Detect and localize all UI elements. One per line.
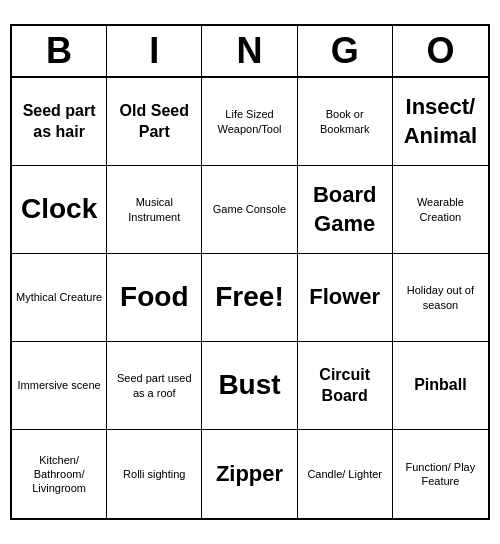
cell-text-15: Immersive scene [18,378,101,392]
bingo-cell-4: Insect/ Animal [393,78,488,166]
bingo-cell-2: Life Sized Weapon/Tool [202,78,297,166]
bingo-cell-5: Clock [12,166,107,254]
bingo-letter-b: B [12,26,107,76]
cell-text-13: Flower [309,283,380,312]
bingo-cell-21: Rolli sighting [107,430,202,518]
cell-text-12: Free! [215,279,283,315]
bingo-cell-17: Bust [202,342,297,430]
bingo-cell-20: Kitchen/ Bathroom/ Livingroom [12,430,107,518]
cell-text-4: Insect/ Animal [396,93,485,150]
bingo-cell-22: Zipper [202,430,297,518]
bingo-letter-g: G [298,26,393,76]
bingo-letter-i: I [107,26,202,76]
cell-text-9: Wearable Creation [396,195,485,224]
cell-text-14: Holiday out of season [396,283,485,312]
cell-text-19: Pinball [414,375,466,396]
bingo-cell-18: Circuit Board [298,342,393,430]
bingo-cell-23: Candle/ Lighter [298,430,393,518]
cell-text-0: Seed part as hair [15,101,103,143]
bingo-cell-8: Board Game [298,166,393,254]
cell-text-20: Kitchen/ Bathroom/ Livingroom [15,453,103,496]
cell-text-16: Seed part used as a roof [110,371,198,400]
bingo-cell-14: Holiday out of season [393,254,488,342]
bingo-cell-16: Seed part used as a roof [107,342,202,430]
cell-text-6: Musical Instrument [110,195,198,224]
bingo-header: BINGO [12,26,488,78]
bingo-cell-15: Immersive scene [12,342,107,430]
bingo-cell-7: Game Console [202,166,297,254]
bingo-letter-o: O [393,26,488,76]
bingo-cell-19: Pinball [393,342,488,430]
bingo-cell-12: Free! [202,254,297,342]
cell-text-2: Life Sized Weapon/Tool [205,107,293,136]
cell-text-23: Candle/ Lighter [307,467,382,481]
cell-text-17: Bust [218,367,280,403]
cell-text-8: Board Game [301,181,389,238]
cell-text-1: Old Seed Part [110,101,198,143]
bingo-cell-11: Food [107,254,202,342]
cell-text-7: Game Console [213,202,286,216]
bingo-cell-13: Flower [298,254,393,342]
bingo-cell-10: Mythical Creature [12,254,107,342]
bingo-card: BINGO Seed part as hairOld Seed PartLife… [10,24,490,520]
cell-text-10: Mythical Creature [16,290,102,304]
bingo-letter-n: N [202,26,297,76]
cell-text-5: Clock [21,191,97,227]
cell-text-18: Circuit Board [301,365,389,407]
bingo-grid: Seed part as hairOld Seed PartLife Sized… [12,78,488,518]
bingo-cell-3: Book or Bookmark [298,78,393,166]
bingo-cell-6: Musical Instrument [107,166,202,254]
bingo-cell-1: Old Seed Part [107,78,202,166]
cell-text-22: Zipper [216,460,283,489]
bingo-cell-9: Wearable Creation [393,166,488,254]
bingo-cell-0: Seed part as hair [12,78,107,166]
cell-text-3: Book or Bookmark [301,107,389,136]
cell-text-21: Rolli sighting [123,467,185,481]
cell-text-11: Food [120,279,188,315]
cell-text-24: Function/ Play Feature [396,460,485,489]
bingo-cell-24: Function/ Play Feature [393,430,488,518]
